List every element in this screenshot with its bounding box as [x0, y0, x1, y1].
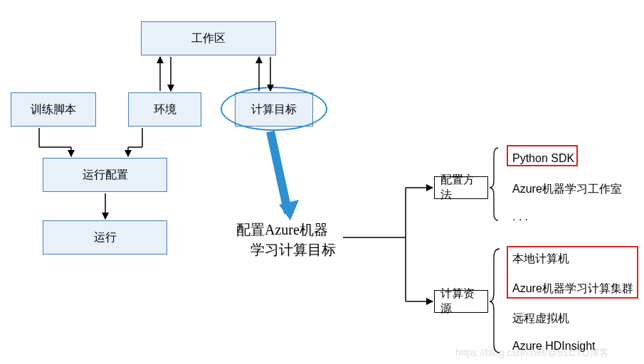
- center-title-line1: 配置Azure机器: [236, 220, 328, 240]
- item-ellipsis: . . .: [512, 210, 528, 223]
- node-label: 配置方法: [440, 173, 482, 203]
- node-run: 运行: [43, 220, 167, 255]
- highlight-ellipse: [221, 87, 327, 131]
- center-title-line2: 学习计算目标: [250, 240, 336, 259]
- node-label: 环境: [154, 102, 176, 117]
- item-aml-compute-cluster: Azure机器学习计算集群: [512, 282, 633, 296]
- node-config-method: 配置方法: [434, 176, 488, 199]
- node-train-script: 训练脚本: [11, 92, 96, 127]
- node-compute-resource: 计算资源: [434, 290, 488, 313]
- item-local-computer: 本地计算机: [512, 252, 569, 267]
- node-label: 运行: [94, 230, 117, 245]
- item-aml-studio: Azure机器学习工作室: [512, 182, 622, 197]
- node-label: 工作区: [191, 31, 226, 46]
- node-workspace: 工作区: [141, 21, 276, 55]
- node-environment: 环境: [128, 92, 201, 127]
- node-run-config: 运行配置: [43, 158, 167, 192]
- node-label: 计算资源: [440, 287, 482, 316]
- item-python-sdk: Python SDK: [512, 152, 574, 165]
- item-remote-vm: 远程虚拟机: [512, 311, 569, 326]
- watermark: https://blog.csdn.net/@51CTO博客: [455, 347, 609, 360]
- node-label: 运行配置: [83, 168, 128, 183]
- node-label: 训练脚本: [31, 102, 76, 117]
